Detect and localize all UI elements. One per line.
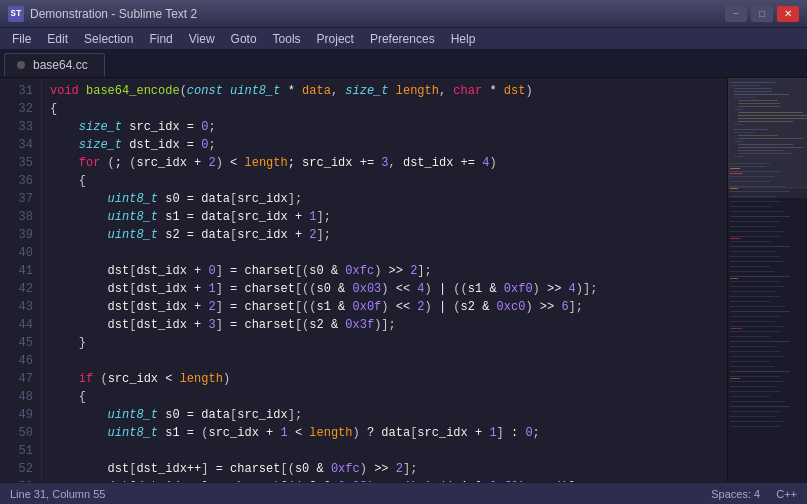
- code-line-31: void base64_encode(const uint8_t * data,…: [50, 82, 719, 100]
- code-line-42: dst[dst_idx + 1] = charset[((s0 & 0x03) …: [50, 280, 719, 298]
- svg-rect-45: [730, 226, 775, 227]
- svg-rect-58: [730, 291, 775, 292]
- svg-rect-73: [730, 366, 775, 367]
- svg-rect-67: [730, 336, 770, 337]
- close-button[interactable]: ✕: [777, 6, 799, 22]
- svg-rect-78: [730, 391, 780, 392]
- minimap-viewport: [728, 78, 807, 198]
- code-line-49: uint8_t s0 = data[src_idx];: [50, 406, 719, 424]
- menubar: File Edit Selection Find View Goto Tools…: [0, 28, 807, 50]
- statusbar-right: Spaces: 4 C++: [711, 488, 797, 500]
- maximize-button[interactable]: □: [751, 6, 773, 22]
- code-line-46: [50, 352, 719, 370]
- svg-rect-68: [730, 341, 790, 342]
- svg-rect-62: [730, 311, 790, 312]
- svg-rect-70: [730, 351, 780, 352]
- statusbar: Line 31, Column 55 Spaces: 4 C++: [0, 482, 807, 504]
- menu-selection[interactable]: Selection: [76, 30, 141, 48]
- svg-rect-48: [730, 241, 770, 242]
- svg-rect-44: [730, 221, 780, 222]
- menu-goto[interactable]: Goto: [223, 30, 265, 48]
- svg-rect-77: [730, 386, 775, 387]
- editor-container: 31 32 33 34 35 36 37 38 39 40 41 42 43 4…: [0, 78, 807, 482]
- svg-rect-85: [730, 426, 780, 427]
- svg-rect-72: [730, 361, 770, 362]
- code-line-51: [50, 442, 719, 460]
- svg-rect-66: [730, 331, 780, 332]
- tab-base64[interactable]: base64.cc: [4, 53, 105, 77]
- svg-rect-49: [730, 246, 790, 247]
- window-title: Demonstration - Sublime Text 2: [30, 7, 725, 21]
- menu-find[interactable]: Find: [141, 30, 180, 48]
- svg-rect-64: [730, 321, 775, 322]
- titlebar: ST Demonstration - Sublime Text 2 − □ ✕: [0, 0, 807, 28]
- tab-label: base64.cc: [33, 58, 88, 72]
- svg-rect-43: [730, 216, 790, 217]
- window-controls: − □ ✕: [725, 6, 799, 22]
- cursor-position: Line 31, Column 55: [10, 488, 711, 500]
- menu-file[interactable]: File: [4, 30, 39, 48]
- svg-rect-55: [730, 276, 790, 277]
- svg-rect-29: [730, 278, 738, 279]
- app-icon: ST: [8, 6, 24, 22]
- svg-rect-71: [730, 356, 785, 357]
- menu-preferences[interactable]: Preferences: [362, 30, 443, 48]
- code-line-37: uint8_t s0 = data[src_idx];: [50, 190, 719, 208]
- code-line-47: if (src_idx < length): [50, 370, 719, 388]
- menu-help[interactable]: Help: [443, 30, 484, 48]
- svg-rect-61: [730, 306, 785, 307]
- syntax-indicator[interactable]: C++: [776, 488, 797, 500]
- svg-rect-56: [730, 281, 780, 282]
- svg-rect-40: [730, 201, 780, 202]
- code-line-35: for (; (src_idx + 2) < length; src_idx +…: [50, 154, 719, 172]
- svg-rect-51: [730, 256, 780, 257]
- minimap[interactable]: [727, 78, 807, 482]
- svg-rect-81: [730, 406, 790, 407]
- menu-edit[interactable]: Edit: [39, 30, 76, 48]
- svg-rect-65: [730, 326, 785, 327]
- svg-rect-82: [730, 411, 780, 412]
- code-line-48: {: [50, 388, 719, 406]
- code-line-52: dst[dst_idx++] = charset[(s0 & 0xfc) >> …: [50, 460, 719, 478]
- svg-rect-52: [730, 261, 785, 262]
- menu-tools[interactable]: Tools: [265, 30, 309, 48]
- svg-rect-41: [730, 206, 770, 207]
- tabbar: base64.cc: [0, 50, 807, 78]
- code-line-39: uint8_t s2 = data[src_idx + 2];: [50, 226, 719, 244]
- svg-rect-60: [730, 301, 770, 302]
- code-line-33: size_t src_idx = 0;: [50, 118, 719, 136]
- code-line-36: {: [50, 172, 719, 190]
- menu-view[interactable]: View: [181, 30, 223, 48]
- code-line-50: uint8_t s1 = (src_idx + 1 < length) ? da…: [50, 424, 719, 442]
- tab-dot: [17, 61, 25, 69]
- code-line-40: [50, 244, 719, 262]
- svg-rect-28: [730, 238, 740, 239]
- svg-rect-84: [730, 421, 785, 422]
- code-line-38: uint8_t s1 = data[src_idx + 1];: [50, 208, 719, 226]
- svg-rect-57: [730, 286, 785, 287]
- line-numbers: 31 32 33 34 35 36 37 38 39 40 41 42 43 4…: [0, 78, 42, 482]
- svg-rect-80: [730, 401, 785, 402]
- svg-rect-53: [730, 266, 770, 267]
- code-line-43: dst[dst_idx + 2] = charset[((s1 & 0x0f) …: [50, 298, 719, 316]
- svg-rect-79: [730, 396, 770, 397]
- svg-rect-76: [730, 381, 785, 382]
- svg-rect-54: [730, 271, 775, 272]
- code-line-34: size_t dst_idx = 0;: [50, 136, 719, 154]
- svg-rect-31: [730, 378, 740, 379]
- code-line-45: }: [50, 334, 719, 352]
- menu-project[interactable]: Project: [309, 30, 362, 48]
- code-line-41: dst[dst_idx + 0] = charset[(s0 & 0xfc) >…: [50, 262, 719, 280]
- spaces-indicator[interactable]: Spaces: 4: [711, 488, 760, 500]
- svg-rect-75: [730, 376, 780, 377]
- code-line-32: {: [50, 100, 719, 118]
- code-line-44: dst[dst_idx + 3] = charset[(s2 & 0x3f)];: [50, 316, 719, 334]
- code-line-53: dst[dst_idx++] = charset[((s0 & 0x03) <<…: [50, 478, 719, 482]
- svg-rect-46: [730, 231, 785, 232]
- minimize-button[interactable]: −: [725, 6, 747, 22]
- svg-rect-74: [730, 371, 790, 372]
- svg-rect-69: [730, 346, 775, 347]
- svg-rect-59: [730, 296, 780, 297]
- svg-rect-63: [730, 316, 780, 317]
- code-area[interactable]: void base64_encode(const uint8_t * data,…: [42, 78, 727, 482]
